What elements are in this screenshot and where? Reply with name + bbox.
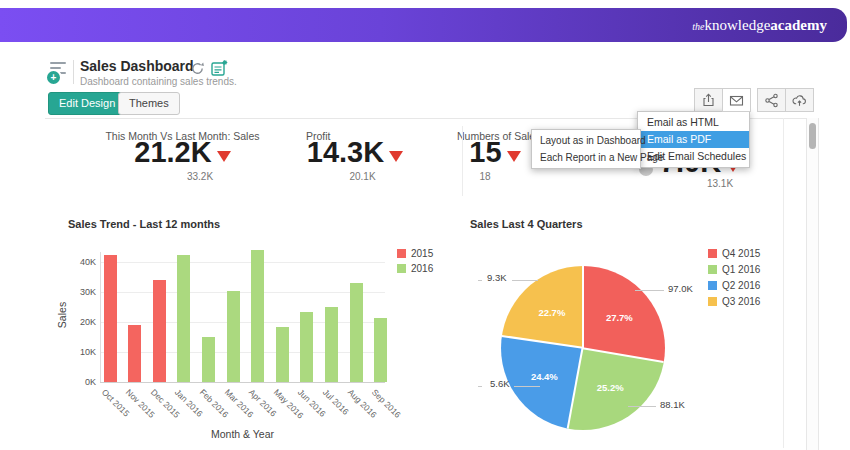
bar[interactable]: [202, 337, 215, 382]
bar[interactable]: [104, 255, 117, 383]
legend-item[interactable]: Q2 2016: [708, 278, 760, 293]
y-axis-tick-label: 0K: [64, 377, 96, 387]
kpi-previous-value: 20.1K: [300, 171, 425, 182]
pie-slice-separator: [582, 266, 584, 348]
menu-item[interactable]: Email as PDF: [638, 131, 749, 148]
gridline: [100, 352, 385, 353]
themes-button[interactable]: Themes: [118, 92, 180, 115]
bar[interactable]: [276, 327, 289, 383]
y-axis-tick-label: 30K: [64, 287, 96, 297]
pie-slice-percent: 27.7%: [606, 312, 633, 323]
page-subtitle: Dashboard containing sales trends.: [80, 76, 237, 87]
bar-chart-widget[interactable]: Sales Trend - Last 12 months 0K10K20K30K…: [45, 210, 455, 450]
dashboard-icon: +: [48, 60, 68, 82]
legend-item[interactable]: Q3 2016: [708, 294, 760, 309]
gridline: [100, 322, 385, 323]
export-icon[interactable]: [694, 88, 723, 112]
pie-leader-tick: [478, 280, 482, 281]
bar[interactable]: [177, 255, 190, 383]
pie-chart-widget[interactable]: Sales Last 4 Quarters 27.7%25.2%24.4%22.…: [455, 210, 790, 450]
kpi-previous-value: 13.1K: [665, 178, 775, 189]
kpi-divider: [462, 126, 463, 196]
legend-item[interactable]: 2016: [397, 261, 433, 276]
gridline: [100, 262, 385, 263]
legend-swatch: [708, 281, 717, 290]
share-icon[interactable]: [757, 88, 786, 112]
trend-down-icon: [507, 151, 521, 162]
bar[interactable]: [300, 312, 313, 383]
kpi-previous-value: 33.2K: [100, 171, 300, 182]
pie-chart-title: Sales Last 4 Quarters: [470, 218, 583, 230]
app-window: theknowledgeacademy + Sales Dashboard Da…: [0, 0, 850, 450]
pie-slice-percent: 25.2%: [597, 381, 624, 392]
logo-knowledge: knowledge: [705, 17, 771, 33]
dashboard-icon-line: [50, 62, 66, 64]
pie-outer-label: 5.6K: [490, 378, 510, 389]
pie-leader-tick: [478, 386, 482, 387]
bar-chart-ylabel: Sales: [56, 302, 68, 328]
pie-outer-label: 97.0K: [668, 283, 693, 294]
page-title: Sales Dashboard: [80, 58, 194, 74]
bar[interactable]: [153, 280, 166, 382]
legend-swatch: [397, 264, 406, 273]
publish-icon[interactable]: [785, 88, 814, 112]
bar[interactable]: [251, 250, 264, 382]
header-divider: [73, 60, 74, 84]
vertical-scrollbar[interactable]: [806, 118, 819, 450]
bar[interactable]: [227, 291, 240, 383]
pie-outer-label: 9.3K: [487, 272, 507, 283]
y-axis-tick-label: 10K: [64, 347, 96, 357]
pie-leader-line: [628, 406, 656, 407]
scrollbar-thumb[interactable]: [809, 123, 816, 149]
pie-slice-percent: 24.4%: [531, 370, 558, 381]
bar-chart-xlabel: Month & Year: [100, 428, 385, 440]
email-layout-submenu: Layout as in DashboardEach Report in a N…: [531, 129, 641, 169]
legend-swatch: [708, 265, 717, 274]
kpi-value: 14.3K: [300, 136, 410, 169]
gridline: [100, 382, 385, 383]
legend-swatch: [708, 297, 717, 306]
bar[interactable]: [374, 318, 387, 383]
new-report-icon[interactable]: [210, 59, 228, 77]
gridline: [100, 292, 385, 293]
y-axis-tick-label: 40K: [64, 257, 96, 267]
trend-down-icon: [389, 151, 403, 162]
submenu-item[interactable]: Each Report in a New Page: [532, 149, 640, 166]
logo-the: the: [692, 21, 704, 32]
y-axis-line: [100, 252, 101, 382]
pie-leader-line: [514, 386, 540, 387]
logo-academy: academy: [770, 17, 827, 33]
email-icon[interactable]: [722, 88, 751, 112]
legend-item[interactable]: 2015: [397, 246, 433, 261]
legend-swatch: [397, 249, 406, 258]
pie-leader-line: [512, 280, 538, 281]
kpi-value: 21.2K: [65, 136, 300, 169]
legend-swatch: [708, 249, 717, 258]
brand-logo: theknowledgeacademy: [692, 16, 827, 36]
bar-chart-title: Sales Trend - Last 12 months: [68, 218, 220, 230]
refresh-icon[interactable]: [190, 61, 205, 76]
kpi-previous-value: 18: [430, 171, 540, 182]
trend-down-icon: [217, 151, 231, 162]
pie-outer-label: 88.1K: [660, 399, 685, 410]
menu-item[interactable]: Email as HTML: [638, 114, 749, 131]
submenu-item[interactable]: Layout as in Dashboard: [532, 132, 640, 149]
bar[interactable]: [128, 325, 141, 382]
bar[interactable]: [350, 283, 363, 382]
pie-slice-percent: 22.7%: [538, 307, 565, 318]
pie-leader-line: [635, 290, 664, 291]
plus-icon: +: [45, 69, 62, 86]
brand-banner: theknowledgeacademy: [0, 8, 847, 42]
legend-item[interactable]: Q4 2015: [708, 246, 760, 261]
legend-item[interactable]: Q1 2016: [708, 262, 760, 277]
y-axis-tick-label: 20K: [64, 317, 96, 327]
bar[interactable]: [325, 307, 338, 382]
edit-design-button[interactable]: Edit Design: [48, 92, 126, 115]
